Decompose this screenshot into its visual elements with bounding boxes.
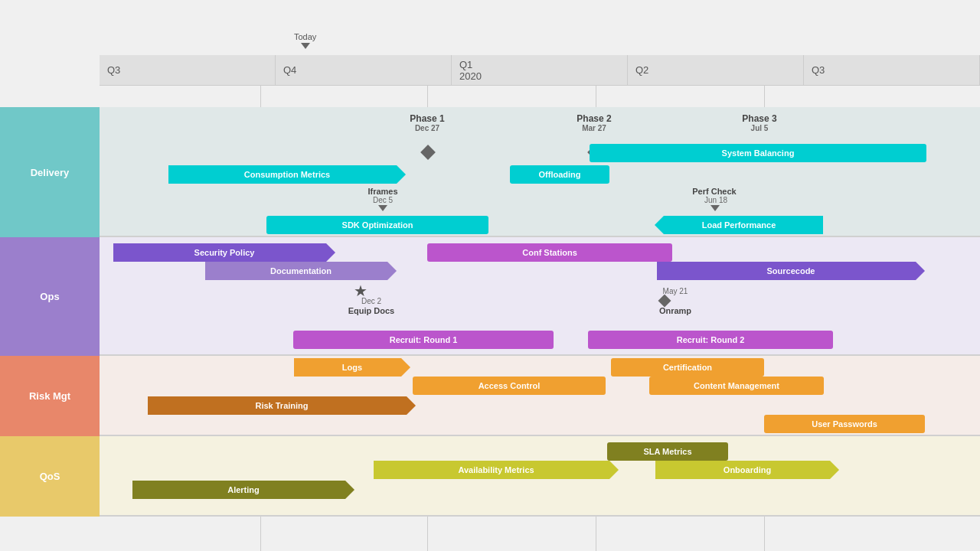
row-label-risk-mgt: Risk Mgt: [0, 356, 100, 436]
bar-offloading: Offloading: [510, 165, 609, 184]
phase1-label: Phase 1 Dec 27: [397, 113, 458, 132]
bar-system-balancing: System Balancing: [590, 144, 926, 162]
bar-documentation: Documentation: [205, 262, 397, 280]
onramp-label: Onramp: [652, 306, 698, 315]
bar-sdk-optimization: SDK Optimization: [266, 216, 488, 234]
iframes-label: Iframes: [360, 187, 406, 196]
perf-check-date: Jun 18: [689, 196, 743, 204]
phase3-label: Phase 3 Jul 5: [729, 113, 790, 132]
row-label-ops: Ops: [0, 237, 100, 356]
iframes-arrow: [378, 205, 387, 211]
bar-recruit-round2: Recruit: Round 2: [588, 331, 833, 349]
row-label-delivery: Delivery: [0, 107, 100, 237]
bar-access-control: Access Control: [413, 377, 606, 395]
bar-sourcecode: Sourcecode: [657, 262, 925, 280]
perf-check-arrow: [710, 205, 720, 211]
bar-logs: Logs: [294, 358, 410, 377]
equip-docs-date: Dec 2: [348, 297, 394, 305]
quarter-q3-2: Q3: [804, 55, 980, 85]
bar-conf-stations: Conf Stations: [427, 243, 672, 262]
gantt-container: Today Q3 Q4 Q1 2020 Q2 Q3 Delivery Ops R…: [0, 0, 980, 551]
row-label-qos: QoS: [0, 436, 100, 517]
quarter-q1: Q1 2020: [452, 55, 628, 85]
quarter-q2: Q2: [628, 55, 804, 85]
bar-certification: Certification: [611, 358, 764, 377]
header-row: Q3 Q4 Q1 2020 Q2 Q3: [100, 55, 980, 86]
today-arrow-icon: [301, 43, 310, 49]
bar-user-passwords: User Passwords: [764, 415, 925, 433]
bar-load-performance: Load Performance: [655, 216, 823, 234]
bar-sla-metrics: SLA Metrics: [607, 442, 728, 461]
bar-onboarding: Onboarding: [655, 461, 839, 479]
bar-consumption-metrics: Consumption Metrics: [168, 165, 406, 184]
bar-security-policy: Security Policy: [113, 243, 335, 262]
bar-content-management: Content Management: [649, 377, 824, 395]
equip-docs-label: Equip Docs: [345, 306, 398, 315]
today-label: Today: [294, 32, 316, 41]
iframes-date: Dec 5: [360, 196, 406, 204]
quarter-q3-1: Q3: [100, 55, 276, 85]
bar-availability-metrics: Availability Metrics: [374, 461, 619, 479]
bar-alerting: Alerting: [132, 481, 354, 499]
phase2-label: Phase 2 Mar 27: [564, 113, 625, 132]
today-marker: Today: [294, 32, 316, 49]
quarter-q4: Q4: [276, 55, 452, 85]
perf-check-label: Perf Check: [688, 187, 741, 196]
bar-recruit-round1: Recruit: Round 1: [293, 331, 554, 349]
bar-risk-training: Risk Training: [148, 396, 416, 415]
onramp-date: May 21: [652, 287, 698, 295]
